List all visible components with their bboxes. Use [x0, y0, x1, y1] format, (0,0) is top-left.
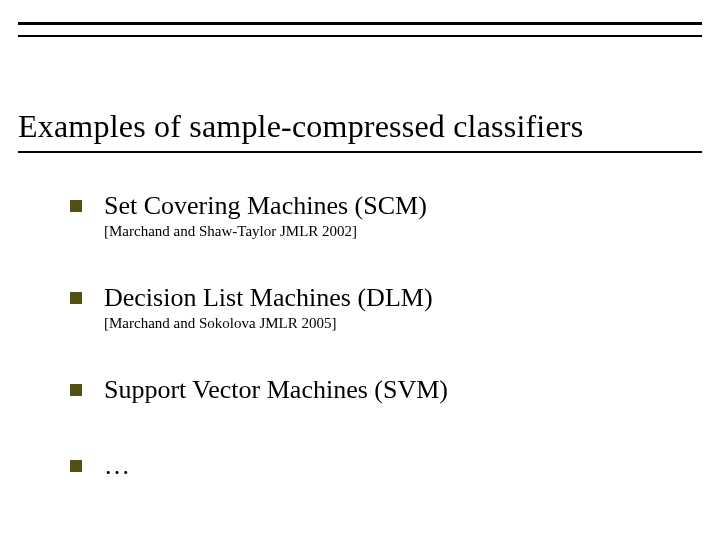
list-item-label: Support Vector Machines (SVM) [104, 374, 448, 405]
square-bullet-icon [70, 384, 82, 396]
list-item-content: Decision List Machines (DLM) [Marchand a… [104, 282, 433, 332]
top-double-rule [18, 22, 702, 37]
slide-title: Examples of sample-compressed classifier… [18, 108, 702, 145]
list-item-label: … [104, 450, 130, 481]
slide: Examples of sample-compressed classifier… [0, 0, 720, 540]
list-item-citation: [Marchand and Sokolova JMLR 2005] [104, 315, 433, 332]
square-bullet-icon [70, 200, 82, 212]
body: Set Covering Machines (SCM) [Marchand an… [70, 190, 680, 525]
list-item-content: Support Vector Machines (SVM) [104, 374, 448, 407]
list-item-content: Set Covering Machines (SCM) [Marchand an… [104, 190, 427, 240]
list-item: … [70, 450, 680, 483]
list-item-label: Decision List Machines (DLM) [104, 282, 433, 313]
list-item-content: … [104, 450, 130, 483]
list-item: Support Vector Machines (SVM) [70, 374, 680, 407]
square-bullet-icon [70, 292, 82, 304]
title-underline [18, 151, 702, 153]
square-bullet-icon [70, 460, 82, 472]
list-item-citation: [Marchand and Shaw-Taylor JMLR 2002] [104, 223, 427, 240]
list-item: Decision List Machines (DLM) [Marchand a… [70, 282, 680, 332]
title-area: Examples of sample-compressed classifier… [18, 108, 702, 153]
list-item-label: Set Covering Machines (SCM) [104, 190, 427, 221]
list-item: Set Covering Machines (SCM) [Marchand an… [70, 190, 680, 240]
